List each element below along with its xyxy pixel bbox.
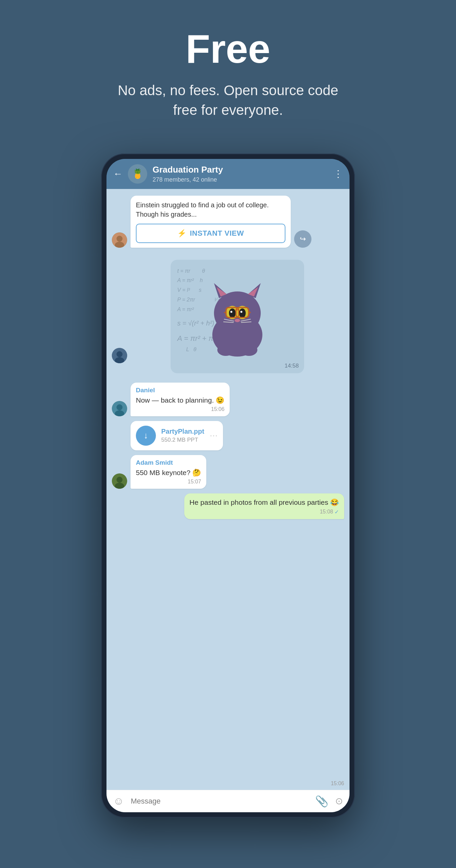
daniel-avatar bbox=[112, 401, 127, 416]
cat-sticker-svg bbox=[191, 270, 284, 363]
svg-point-28 bbox=[217, 344, 234, 356]
download-button[interactable]: ↓ bbox=[136, 426, 156, 446]
svg-point-16 bbox=[230, 311, 232, 313]
adam-message-row: Adam Smidt 550 MB keynote? 🤔 15:07 bbox=[112, 455, 344, 489]
attach-button[interactable]: 📎 bbox=[315, 795, 329, 808]
sticker-time: 14:58 bbox=[284, 363, 299, 369]
share-button[interactable]: ↪ bbox=[294, 230, 311, 248]
outgoing-bubble: He pasted in photos from all previous pa… bbox=[184, 493, 344, 519]
chat-name: Graduation Party bbox=[153, 164, 328, 175]
checkmark-icon: ✓ bbox=[334, 509, 339, 515]
chat-info: Graduation Party 278 members, 42 online bbox=[153, 164, 328, 183]
outgoing-text: He pasted in photos from all previous pa… bbox=[190, 497, 339, 507]
adam-bubble: Adam Smidt 550 MB keynote? 🤔 15:07 bbox=[130, 455, 206, 489]
message-input[interactable] bbox=[131, 797, 308, 806]
group-avatar: 🍍 bbox=[128, 164, 147, 184]
daniel-text: Now — back to planning. 😉 bbox=[136, 395, 224, 405]
chat-body: Einstein struggled to find a job out of … bbox=[107, 189, 349, 790]
file-bubble: ↓ PartyPlan.ppt 550.2 MB PPT ⋯ 15:06 bbox=[130, 421, 223, 451]
sticker-message: t = πr θ A = πr² h V = l³ s P = 2πr ¹⁄₃π… bbox=[112, 260, 344, 373]
phone-outer-frame: ← 🍍 Graduation Party 278 members, 42 onl… bbox=[101, 154, 355, 817]
hero-subtitle: No ads, no fees. Open source code free f… bbox=[111, 81, 345, 120]
file-name: PartyPlan.ppt bbox=[161, 428, 204, 435]
more-options-button[interactable]: ⋮ bbox=[333, 168, 343, 179]
daniel-message-row: Daniel Now — back to planning. 😉 15:06 bbox=[112, 382, 344, 416]
svg-point-4 bbox=[117, 351, 123, 357]
chat-header: ← 🍍 Graduation Party 278 members, 42 onl… bbox=[107, 159, 349, 189]
input-bar: ☺ 📎 ⊙ bbox=[107, 790, 349, 812]
svg-point-1 bbox=[117, 236, 123, 242]
article-sender-avatar bbox=[112, 232, 127, 248]
emoji-button[interactable]: ☺ bbox=[113, 795, 124, 807]
instant-view-label: INSTANT VIEW bbox=[190, 229, 244, 238]
adam-avatar bbox=[112, 473, 127, 489]
phone-mockup: ← 🍍 Graduation Party 278 members, 42 onl… bbox=[101, 154, 355, 817]
camera-button[interactable]: ⊙ bbox=[335, 796, 343, 807]
daniel-bubble: Daniel Now — back to planning. 😉 15:06 bbox=[130, 382, 230, 416]
file-info: PartyPlan.ppt 550.2 MB PPT bbox=[161, 428, 204, 443]
daniel-name: Daniel bbox=[136, 386, 224, 394]
svg-point-31 bbox=[117, 404, 123, 410]
daniel-time: 15:06 bbox=[136, 406, 224, 412]
adam-text: 550 MB keynote? 🤔 bbox=[136, 468, 201, 477]
svg-point-15 bbox=[239, 308, 246, 318]
svg-point-29 bbox=[241, 344, 257, 356]
outgoing-message-row: He pasted in photos from all previous pa… bbox=[112, 493, 344, 519]
outgoing-time: 15:08 ✓ bbox=[190, 509, 339, 515]
article-bubble: Einstein struggled to find a job out of … bbox=[130, 196, 291, 248]
svg-point-23 bbox=[235, 319, 240, 322]
svg-point-34 bbox=[117, 477, 123, 483]
file-more-icon[interactable]: ⋯ bbox=[210, 431, 218, 440]
lightning-icon: ⚡ bbox=[177, 229, 187, 238]
instant-view-button[interactable]: ⚡ INSTANT VIEW bbox=[136, 224, 285, 243]
file-size: 550.2 MB PPT bbox=[161, 437, 204, 443]
adam-name: Adam Smidt bbox=[136, 459, 201, 466]
file-time: 15:06 bbox=[331, 780, 344, 786]
file-message-row: ↓ PartyPlan.ppt 550.2 MB PPT ⋯ 15:06 bbox=[112, 421, 344, 451]
sticker-sender-avatar bbox=[112, 348, 127, 363]
adam-time: 15:07 bbox=[136, 479, 201, 485]
chat-meta: 278 members, 42 online bbox=[153, 176, 328, 183]
svg-point-14 bbox=[229, 308, 236, 318]
sticker-container: t = πr θ A = πr² h V = l³ s P = 2πr ¹⁄₃π… bbox=[171, 260, 304, 373]
back-button[interactable]: ← bbox=[113, 168, 123, 179]
svg-point-17 bbox=[240, 311, 242, 313]
hero-title: Free bbox=[111, 27, 345, 71]
phone-inner-screen: ← 🍍 Graduation Party 278 members, 42 onl… bbox=[107, 159, 349, 812]
article-preview-text: Einstein struggled to find a job out of … bbox=[136, 200, 285, 219]
hero-section: Free No ads, no fees. Open source code f… bbox=[98, 0, 358, 140]
article-message-row: Einstein struggled to find a job out of … bbox=[112, 196, 344, 248]
